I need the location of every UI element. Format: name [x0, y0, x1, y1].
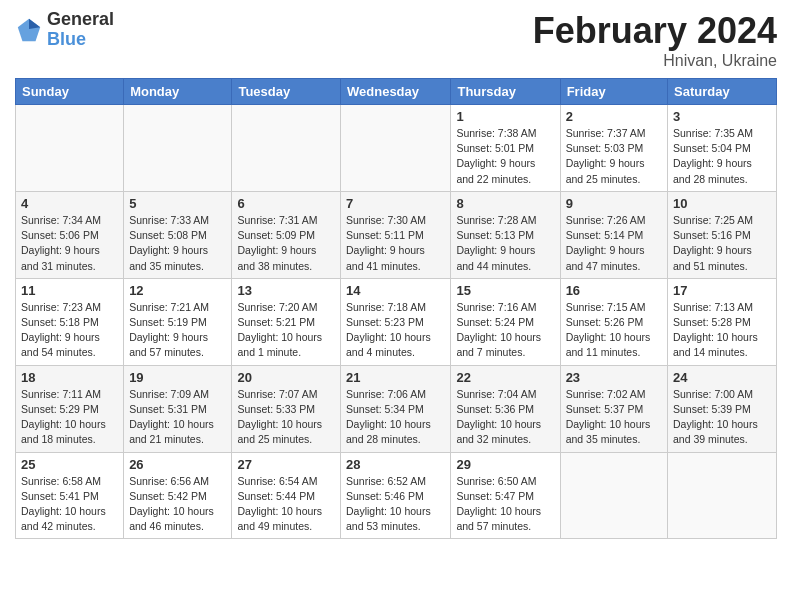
day-number: 13 [237, 283, 335, 298]
calendar-week-row: 1Sunrise: 7:38 AM Sunset: 5:01 PM Daylig… [16, 105, 777, 192]
calendar-day-cell: 13Sunrise: 7:20 AM Sunset: 5:21 PM Dayli… [232, 278, 341, 365]
day-number: 16 [566, 283, 662, 298]
calendar-day-cell: 5Sunrise: 7:33 AM Sunset: 5:08 PM Daylig… [124, 191, 232, 278]
calendar-week-row: 25Sunrise: 6:58 AM Sunset: 5:41 PM Dayli… [16, 452, 777, 539]
day-info: Sunrise: 7:23 AM Sunset: 5:18 PM Dayligh… [21, 300, 118, 361]
day-info: Sunrise: 7:13 AM Sunset: 5:28 PM Dayligh… [673, 300, 771, 361]
calendar-location: Hnivan, Ukraine [533, 52, 777, 70]
day-info: Sunrise: 7:31 AM Sunset: 5:09 PM Dayligh… [237, 213, 335, 274]
calendar-day-cell: 6Sunrise: 7:31 AM Sunset: 5:09 PM Daylig… [232, 191, 341, 278]
day-number: 4 [21, 196, 118, 211]
day-number: 3 [673, 109, 771, 124]
day-number: 9 [566, 196, 662, 211]
logo-icon [15, 16, 43, 44]
calendar-day-cell: 29Sunrise: 6:50 AM Sunset: 5:47 PM Dayli… [451, 452, 560, 539]
calendar-day-cell: 10Sunrise: 7:25 AM Sunset: 5:16 PM Dayli… [668, 191, 777, 278]
day-number: 17 [673, 283, 771, 298]
calendar-day-cell: 16Sunrise: 7:15 AM Sunset: 5:26 PM Dayli… [560, 278, 667, 365]
calendar-day-cell: 26Sunrise: 6:56 AM Sunset: 5:42 PM Dayli… [124, 452, 232, 539]
day-number: 5 [129, 196, 226, 211]
page-header: General Blue February 2024 Hnivan, Ukrai… [15, 10, 777, 70]
day-info: Sunrise: 7:33 AM Sunset: 5:08 PM Dayligh… [129, 213, 226, 274]
calendar-header-row: SundayMondayTuesdayWednesdayThursdayFrid… [16, 79, 777, 105]
calendar-day-cell: 21Sunrise: 7:06 AM Sunset: 5:34 PM Dayli… [341, 365, 451, 452]
day-number: 15 [456, 283, 554, 298]
calendar-day-cell: 27Sunrise: 6:54 AM Sunset: 5:44 PM Dayli… [232, 452, 341, 539]
day-info: Sunrise: 7:15 AM Sunset: 5:26 PM Dayligh… [566, 300, 662, 361]
day-info: Sunrise: 7:06 AM Sunset: 5:34 PM Dayligh… [346, 387, 445, 448]
calendar-day-cell [560, 452, 667, 539]
calendar-day-cell: 8Sunrise: 7:28 AM Sunset: 5:13 PM Daylig… [451, 191, 560, 278]
day-info: Sunrise: 7:38 AM Sunset: 5:01 PM Dayligh… [456, 126, 554, 187]
day-info: Sunrise: 7:26 AM Sunset: 5:14 PM Dayligh… [566, 213, 662, 274]
day-number: 27 [237, 457, 335, 472]
day-info: Sunrise: 7:16 AM Sunset: 5:24 PM Dayligh… [456, 300, 554, 361]
day-number: 20 [237, 370, 335, 385]
calendar-day-cell: 23Sunrise: 7:02 AM Sunset: 5:37 PM Dayli… [560, 365, 667, 452]
day-info: Sunrise: 7:25 AM Sunset: 5:16 PM Dayligh… [673, 213, 771, 274]
logo-text: General Blue [47, 10, 114, 50]
day-of-week-header: Sunday [16, 79, 124, 105]
title-block: February 2024 Hnivan, Ukraine [533, 10, 777, 70]
day-info: Sunrise: 7:02 AM Sunset: 5:37 PM Dayligh… [566, 387, 662, 448]
day-info: Sunrise: 6:58 AM Sunset: 5:41 PM Dayligh… [21, 474, 118, 535]
day-number: 6 [237, 196, 335, 211]
day-info: Sunrise: 7:04 AM Sunset: 5:36 PM Dayligh… [456, 387, 554, 448]
calendar-week-row: 4Sunrise: 7:34 AM Sunset: 5:06 PM Daylig… [16, 191, 777, 278]
calendar-day-cell: 25Sunrise: 6:58 AM Sunset: 5:41 PM Dayli… [16, 452, 124, 539]
day-number: 24 [673, 370, 771, 385]
day-info: Sunrise: 7:34 AM Sunset: 5:06 PM Dayligh… [21, 213, 118, 274]
calendar-week-row: 18Sunrise: 7:11 AM Sunset: 5:29 PM Dayli… [16, 365, 777, 452]
day-number: 25 [21, 457, 118, 472]
calendar-day-cell [124, 105, 232, 192]
day-number: 14 [346, 283, 445, 298]
day-info: Sunrise: 6:54 AM Sunset: 5:44 PM Dayligh… [237, 474, 335, 535]
calendar-day-cell: 2Sunrise: 7:37 AM Sunset: 5:03 PM Daylig… [560, 105, 667, 192]
day-info: Sunrise: 7:07 AM Sunset: 5:33 PM Dayligh… [237, 387, 335, 448]
day-info: Sunrise: 7:18 AM Sunset: 5:23 PM Dayligh… [346, 300, 445, 361]
calendar-day-cell: 24Sunrise: 7:00 AM Sunset: 5:39 PM Dayli… [668, 365, 777, 452]
day-info: Sunrise: 7:30 AM Sunset: 5:11 PM Dayligh… [346, 213, 445, 274]
day-of-week-header: Saturday [668, 79, 777, 105]
day-info: Sunrise: 7:00 AM Sunset: 5:39 PM Dayligh… [673, 387, 771, 448]
day-info: Sunrise: 7:09 AM Sunset: 5:31 PM Dayligh… [129, 387, 226, 448]
calendar-table: SundayMondayTuesdayWednesdayThursdayFrid… [15, 78, 777, 539]
calendar-day-cell: 1Sunrise: 7:38 AM Sunset: 5:01 PM Daylig… [451, 105, 560, 192]
calendar-day-cell [16, 105, 124, 192]
day-of-week-header: Monday [124, 79, 232, 105]
day-of-week-header: Wednesday [341, 79, 451, 105]
calendar-day-cell: 18Sunrise: 7:11 AM Sunset: 5:29 PM Dayli… [16, 365, 124, 452]
calendar-day-cell: 4Sunrise: 7:34 AM Sunset: 5:06 PM Daylig… [16, 191, 124, 278]
logo-blue-text: Blue [47, 30, 114, 50]
day-info: Sunrise: 7:37 AM Sunset: 5:03 PM Dayligh… [566, 126, 662, 187]
day-number: 22 [456, 370, 554, 385]
day-of-week-header: Friday [560, 79, 667, 105]
day-info: Sunrise: 6:50 AM Sunset: 5:47 PM Dayligh… [456, 474, 554, 535]
calendar-day-cell: 9Sunrise: 7:26 AM Sunset: 5:14 PM Daylig… [560, 191, 667, 278]
calendar-day-cell: 3Sunrise: 7:35 AM Sunset: 5:04 PM Daylig… [668, 105, 777, 192]
logo: General Blue [15, 10, 114, 50]
calendar-day-cell: 14Sunrise: 7:18 AM Sunset: 5:23 PM Dayli… [341, 278, 451, 365]
calendar-day-cell: 12Sunrise: 7:21 AM Sunset: 5:19 PM Dayli… [124, 278, 232, 365]
day-info: Sunrise: 7:20 AM Sunset: 5:21 PM Dayligh… [237, 300, 335, 361]
calendar-day-cell: 20Sunrise: 7:07 AM Sunset: 5:33 PM Dayli… [232, 365, 341, 452]
day-number: 7 [346, 196, 445, 211]
day-number: 11 [21, 283, 118, 298]
day-number: 21 [346, 370, 445, 385]
calendar-day-cell: 19Sunrise: 7:09 AM Sunset: 5:31 PM Dayli… [124, 365, 232, 452]
calendar-day-cell [668, 452, 777, 539]
day-info: Sunrise: 6:56 AM Sunset: 5:42 PM Dayligh… [129, 474, 226, 535]
day-of-week-header: Tuesday [232, 79, 341, 105]
calendar-week-row: 11Sunrise: 7:23 AM Sunset: 5:18 PM Dayli… [16, 278, 777, 365]
calendar-title: February 2024 [533, 10, 777, 52]
day-info: Sunrise: 7:35 AM Sunset: 5:04 PM Dayligh… [673, 126, 771, 187]
day-number: 12 [129, 283, 226, 298]
day-of-week-header: Thursday [451, 79, 560, 105]
calendar-day-cell: 15Sunrise: 7:16 AM Sunset: 5:24 PM Dayli… [451, 278, 560, 365]
calendar-day-cell: 17Sunrise: 7:13 AM Sunset: 5:28 PM Dayli… [668, 278, 777, 365]
calendar-day-cell [232, 105, 341, 192]
day-info: Sunrise: 7:21 AM Sunset: 5:19 PM Dayligh… [129, 300, 226, 361]
calendar-day-cell: 28Sunrise: 6:52 AM Sunset: 5:46 PM Dayli… [341, 452, 451, 539]
logo-general-text: General [47, 10, 114, 30]
day-number: 29 [456, 457, 554, 472]
